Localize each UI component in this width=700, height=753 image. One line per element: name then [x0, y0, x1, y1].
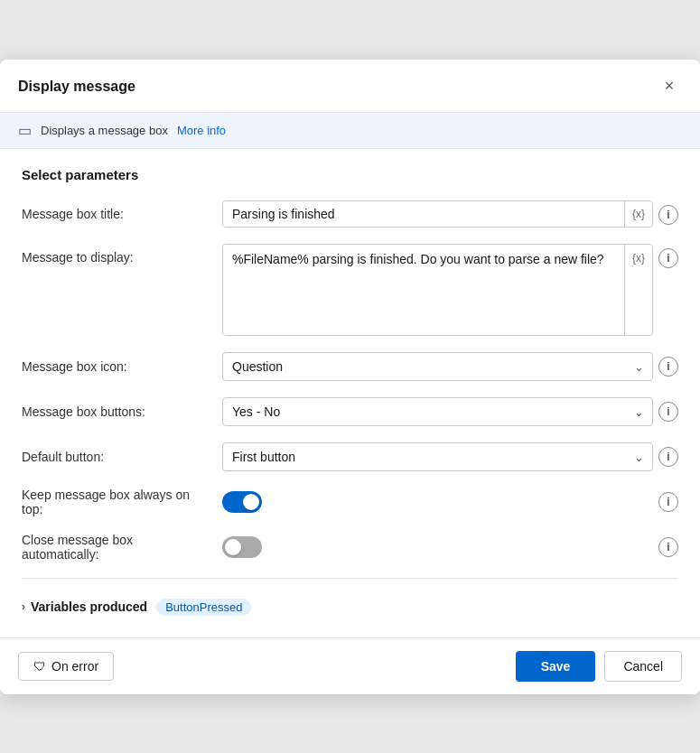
cancel-button[interactable]: Cancel	[604, 651, 682, 682]
close-automatically-label: Close message box automatically:	[22, 533, 211, 562]
always-on-top-label: Keep message box always on top:	[22, 488, 211, 516]
message-box-title-group: {x}	[222, 200, 653, 228]
button-pressed-badge: ButtonPressed	[156, 599, 251, 616]
close-automatically-toggle[interactable]	[222, 536, 262, 558]
more-info-link[interactable]: More info	[177, 124, 226, 137]
message-box-icon-label: Message box icon:	[22, 359, 211, 374]
message-box-buttons-select[interactable]: Yes - No OK OK - Cancel Abort - Retry - …	[222, 397, 653, 426]
message-box-icon-select-wrapper: Question Information Warning Error ⌄	[222, 352, 653, 381]
always-on-top-thumb	[243, 494, 259, 510]
message-to-display-var-tag: {x}	[624, 245, 652, 335]
default-button-label: Default button:	[22, 450, 211, 464]
dialog-footer: 🛡 On error Save Cancel	[0, 637, 700, 694]
message-box-icon-row: Message box icon: Question Information W…	[22, 352, 678, 381]
message-box-icon-select[interactable]: Question Information Warning Error	[222, 352, 653, 381]
always-on-top-info-icon[interactable]: i	[658, 492, 678, 512]
close-automatically-info-icon[interactable]: i	[658, 537, 678, 557]
default-button-info-icon[interactable]: i	[658, 447, 678, 467]
dialog-header: Display message ×	[0, 60, 700, 113]
close-automatically-toggle-wrapper	[222, 536, 262, 558]
message-box-title-input[interactable]	[223, 201, 624, 227]
message-box-buttons-label: Message box buttons:	[22, 404, 211, 419]
chevron-right-icon: ›	[22, 600, 25, 613]
default-button-select-wrapper: First button Second button Third button …	[222, 442, 653, 471]
on-error-button[interactable]: 🛡 On error	[18, 652, 114, 681]
message-to-display-input-wrapper: %FileName% parsing is finished. Do you w…	[222, 244, 678, 336]
message-box-title-input-wrapper: {x} i	[222, 200, 678, 228]
message-box-icon-info-icon[interactable]: i	[658, 357, 678, 376]
message-to-display-group: %FileName% parsing is finished. Do you w…	[222, 244, 653, 336]
message-box-title-row: Message box title: {x} i	[22, 200, 678, 228]
always-on-top-track	[222, 491, 262, 513]
always-on-top-row: Keep message box always on top: i	[22, 488, 678, 516]
message-box-title-label: Message box title:	[22, 200, 211, 221]
dialog-body: Select parameters Message box title: {x}…	[0, 149, 700, 637]
always-on-top-toggle-wrapper	[222, 491, 262, 513]
default-button-input-wrapper: First button Second button Third button …	[222, 442, 678, 471]
variables-row: › Variables produced ButtonPressed	[22, 590, 678, 619]
message-box-buttons-row: Message box buttons: Yes - No OK OK - Ca…	[22, 397, 678, 426]
close-automatically-row: Close message box automatically: i	[22, 533, 678, 562]
close-automatically-input-wrapper: i	[222, 536, 678, 558]
close-automatically-track	[222, 536, 262, 558]
message-box-title-var-tag: {x}	[624, 201, 652, 227]
default-button-row: Default button: First button Second butt…	[22, 442, 678, 471]
always-on-top-input-wrapper: i	[222, 491, 678, 513]
close-automatically-thumb	[225, 539, 241, 555]
on-error-label: On error	[51, 659, 98, 674]
variables-expand[interactable]: › Variables produced	[22, 600, 147, 614]
footer-right: Save Cancel	[516, 651, 682, 682]
dialog: Display message × ▭ Displays a message b…	[0, 60, 700, 694]
message-box-icon: ▭	[18, 122, 32, 139]
message-to-display-textarea[interactable]: %FileName% parsing is finished. Do you w…	[223, 245, 624, 335]
always-on-top-toggle[interactable]	[222, 491, 262, 513]
message-box-buttons-select-wrapper: Yes - No OK OK - Cancel Abort - Retry - …	[222, 397, 653, 426]
banner-text: Displays a message box	[41, 124, 168, 137]
divider	[22, 578, 678, 579]
dialog-title: Display message	[18, 79, 135, 95]
message-box-buttons-input-wrapper: Yes - No OK OK - Cancel Abort - Retry - …	[222, 397, 678, 426]
message-to-display-info-icon[interactable]: i	[658, 248, 678, 268]
save-button[interactable]: Save	[516, 651, 596, 682]
close-button[interactable]: ×	[657, 74, 682, 99]
message-to-display-label: Message to display:	[22, 244, 211, 265]
section-title: Select parameters	[22, 167, 678, 182]
message-box-icon-input-wrapper: Question Information Warning Error ⌄ i	[222, 352, 678, 381]
info-banner: ▭ Displays a message box More info	[0, 113, 700, 149]
message-box-buttons-info-icon[interactable]: i	[658, 402, 678, 422]
shield-icon: 🛡	[33, 659, 46, 674]
default-button-select[interactable]: First button Second button Third button	[222, 442, 653, 471]
message-box-title-info-icon[interactable]: i	[658, 205, 678, 225]
message-to-display-row: Message to display: %FileName% parsing i…	[22, 244, 678, 336]
variables-label: Variables produced	[31, 600, 147, 614]
